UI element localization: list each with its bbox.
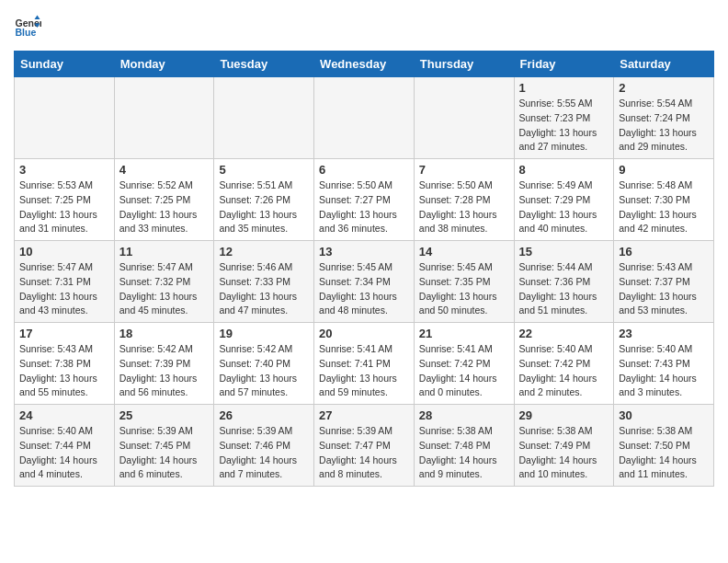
day-number: 18: [119, 327, 210, 340]
day-number: 24: [19, 408, 109, 422]
day-info: Sunrise: 5:51 AMSunset: 7:26 PMDaylight:…: [219, 178, 309, 236]
day-cell: 19Sunrise: 5:42 AMSunset: 7:40 PMDayligh…: [214, 323, 314, 405]
day-cell: 24Sunrise: 5:40 AMSunset: 7:44 PMDayligh…: [15, 405, 115, 487]
day-number: 22: [519, 327, 609, 340]
day-info: Sunrise: 5:42 AMSunset: 7:40 PMDaylight:…: [219, 342, 309, 400]
day-info: Sunrise: 5:38 AMSunset: 7:48 PMDaylight:…: [419, 424, 509, 482]
header-thursday: Thursday: [414, 52, 514, 77]
calendar-header-row: SundayMondayTuesdayWednesdayThursdayFrid…: [15, 52, 714, 77]
day-number: 30: [619, 408, 709, 422]
day-info: Sunrise: 5:52 AMSunset: 7:25 PMDaylight:…: [119, 178, 210, 236]
day-cell: 28Sunrise: 5:38 AMSunset: 7:48 PMDayligh…: [414, 405, 514, 487]
day-number: 13: [319, 245, 409, 259]
week-row-4: 17Sunrise: 5:43 AMSunset: 7:38 PMDayligh…: [15, 323, 714, 405]
day-number: 4: [119, 163, 210, 177]
day-number: 1: [519, 81, 609, 95]
day-cell: 26Sunrise: 5:39 AMSunset: 7:46 PMDayligh…: [214, 405, 314, 487]
day-number: 19: [219, 327, 309, 340]
day-number: 6: [319, 163, 409, 177]
day-number: 29: [519, 408, 609, 422]
day-info: Sunrise: 5:39 AMSunset: 7:46 PMDaylight:…: [219, 424, 309, 482]
day-number: 8: [519, 163, 609, 177]
day-number: 26: [219, 408, 309, 422]
day-cell: 21Sunrise: 5:41 AMSunset: 7:42 PMDayligh…: [414, 323, 514, 405]
day-cell: 25Sunrise: 5:39 AMSunset: 7:45 PMDayligh…: [114, 405, 214, 487]
day-number: 23: [619, 327, 709, 340]
day-number: 10: [19, 245, 109, 259]
day-info: Sunrise: 5:54 AMSunset: 7:24 PMDaylight:…: [619, 97, 709, 155]
day-cell: 5Sunrise: 5:51 AMSunset: 7:26 PMDaylight…: [214, 159, 314, 241]
day-info: Sunrise: 5:47 AMSunset: 7:32 PMDaylight:…: [119, 260, 210, 318]
day-info: Sunrise: 5:40 AMSunset: 7:44 PMDaylight:…: [19, 424, 109, 482]
day-info: Sunrise: 5:47 AMSunset: 7:31 PMDaylight:…: [19, 260, 109, 318]
day-number: 17: [19, 327, 109, 340]
day-info: Sunrise: 5:38 AMSunset: 7:50 PMDaylight:…: [619, 424, 709, 482]
day-cell: 18Sunrise: 5:42 AMSunset: 7:39 PMDayligh…: [114, 323, 214, 405]
day-number: 5: [219, 163, 309, 177]
header-tuesday: Tuesday: [214, 52, 314, 77]
day-cell: 7Sunrise: 5:50 AMSunset: 7:28 PMDaylight…: [414, 159, 514, 241]
day-cell: 30Sunrise: 5:38 AMSunset: 7:50 PMDayligh…: [614, 405, 714, 487]
day-cell: 12Sunrise: 5:46 AMSunset: 7:33 PMDayligh…: [214, 241, 314, 323]
day-info: Sunrise: 5:42 AMSunset: 7:39 PMDaylight:…: [119, 342, 210, 400]
day-cell: 10Sunrise: 5:47 AMSunset: 7:31 PMDayligh…: [15, 241, 115, 323]
day-number: 11: [119, 245, 210, 259]
day-cell: 14Sunrise: 5:45 AMSunset: 7:35 PMDayligh…: [414, 241, 514, 323]
day-info: Sunrise: 5:39 AMSunset: 7:45 PMDaylight:…: [119, 424, 210, 482]
day-number: 15: [519, 245, 609, 259]
day-info: Sunrise: 5:43 AMSunset: 7:38 PMDaylight:…: [19, 342, 109, 400]
day-cell: [114, 77, 214, 159]
week-row-1: 1Sunrise: 5:55 AMSunset: 7:23 PMDaylight…: [15, 77, 714, 159]
day-cell: 9Sunrise: 5:48 AMSunset: 7:30 PMDaylight…: [614, 159, 714, 241]
day-number: 25: [119, 408, 210, 422]
day-number: 7: [419, 163, 509, 177]
day-info: Sunrise: 5:40 AMSunset: 7:43 PMDaylight:…: [619, 342, 709, 400]
day-info: Sunrise: 5:45 AMSunset: 7:35 PMDaylight:…: [419, 260, 509, 318]
header-saturday: Saturday: [614, 52, 714, 77]
day-info: Sunrise: 5:49 AMSunset: 7:29 PMDaylight:…: [519, 178, 609, 236]
day-info: Sunrise: 5:38 AMSunset: 7:49 PMDaylight:…: [519, 424, 609, 482]
day-number: 14: [419, 245, 509, 259]
day-cell: 13Sunrise: 5:45 AMSunset: 7:34 PMDayligh…: [314, 241, 415, 323]
day-cell: [414, 77, 514, 159]
day-info: Sunrise: 5:44 AMSunset: 7:36 PMDaylight:…: [519, 260, 609, 318]
day-cell: 16Sunrise: 5:43 AMSunset: 7:37 PMDayligh…: [614, 241, 714, 323]
day-info: Sunrise: 5:50 AMSunset: 7:27 PMDaylight:…: [319, 178, 409, 236]
day-cell: 27Sunrise: 5:39 AMSunset: 7:47 PMDayligh…: [314, 405, 415, 487]
day-cell: 4Sunrise: 5:52 AMSunset: 7:25 PMDaylight…: [114, 159, 214, 241]
day-info: Sunrise: 5:43 AMSunset: 7:37 PMDaylight:…: [619, 260, 709, 318]
logo-icon: General Blue: [14, 14, 41, 41]
day-info: Sunrise: 5:41 AMSunset: 7:41 PMDaylight:…: [319, 342, 409, 400]
day-cell: [15, 77, 115, 159]
header-friday: Friday: [514, 52, 614, 77]
calendar-table: SundayMondayTuesdayWednesdayThursdayFrid…: [14, 51, 714, 487]
header-monday: Monday: [114, 52, 214, 77]
day-number: 27: [319, 408, 409, 422]
logo: General Blue: [14, 14, 45, 41]
day-number: 16: [619, 245, 709, 259]
day-cell: 20Sunrise: 5:41 AMSunset: 7:41 PMDayligh…: [314, 323, 415, 405]
day-info: Sunrise: 5:41 AMSunset: 7:42 PMDaylight:…: [419, 342, 509, 400]
day-cell: 15Sunrise: 5:44 AMSunset: 7:36 PMDayligh…: [514, 241, 614, 323]
day-number: 2: [619, 81, 709, 95]
day-cell: [314, 77, 415, 159]
week-row-5: 24Sunrise: 5:40 AMSunset: 7:44 PMDayligh…: [15, 405, 714, 487]
day-cell: 2Sunrise: 5:54 AMSunset: 7:24 PMDaylight…: [614, 77, 714, 159]
day-cell: 8Sunrise: 5:49 AMSunset: 7:29 PMDaylight…: [514, 159, 614, 241]
svg-text:Blue: Blue: [16, 27, 37, 38]
day-info: Sunrise: 5:53 AMSunset: 7:25 PMDaylight:…: [19, 178, 109, 236]
day-info: Sunrise: 5:45 AMSunset: 7:34 PMDaylight:…: [319, 260, 409, 318]
day-number: 28: [419, 408, 509, 422]
day-cell: 17Sunrise: 5:43 AMSunset: 7:38 PMDayligh…: [15, 323, 115, 405]
day-cell: 6Sunrise: 5:50 AMSunset: 7:27 PMDaylight…: [314, 159, 415, 241]
day-cell: 3Sunrise: 5:53 AMSunset: 7:25 PMDaylight…: [15, 159, 115, 241]
day-cell: 23Sunrise: 5:40 AMSunset: 7:43 PMDayligh…: [614, 323, 714, 405]
day-info: Sunrise: 5:50 AMSunset: 7:28 PMDaylight:…: [419, 178, 509, 236]
day-number: 3: [19, 163, 109, 177]
day-info: Sunrise: 5:40 AMSunset: 7:42 PMDaylight:…: [519, 342, 609, 400]
header-wednesday: Wednesday: [314, 52, 415, 77]
header: General Blue: [14, 14, 714, 41]
day-cell: [214, 77, 314, 159]
day-cell: 22Sunrise: 5:40 AMSunset: 7:42 PMDayligh…: [514, 323, 614, 405]
day-cell: 11Sunrise: 5:47 AMSunset: 7:32 PMDayligh…: [114, 241, 214, 323]
